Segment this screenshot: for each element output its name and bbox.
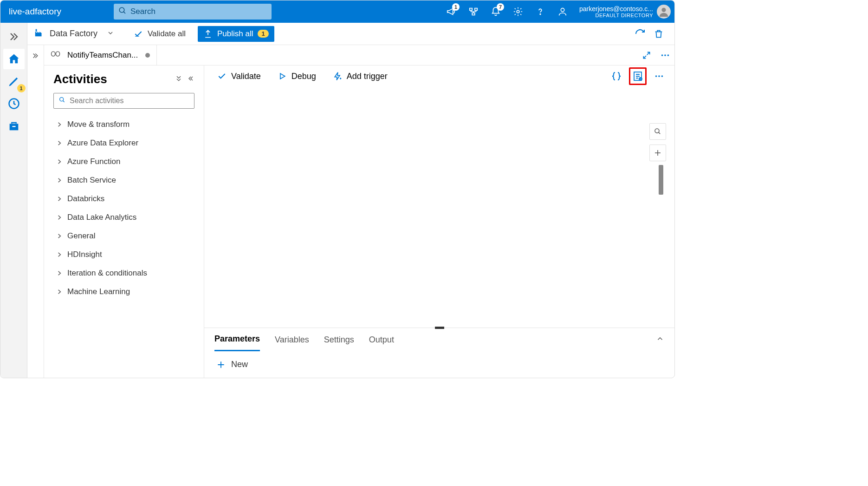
activity-category[interactable]: General	[53, 227, 194, 245]
expand-rail-button[interactable]	[3, 26, 25, 47]
validate-button[interactable]: Validate	[211, 68, 267, 85]
activity-category[interactable]: Azure Data Explorer	[53, 134, 194, 152]
global-search[interactable]	[114, 4, 272, 20]
expand-tabs-button[interactable]	[32, 52, 40, 378]
code-view-icon[interactable]	[608, 67, 625, 85]
nav-rail: 1	[0, 23, 27, 378]
activity-category[interactable]: HDInsight	[53, 245, 194, 264]
tab-settings[interactable]: Settings	[324, 328, 354, 351]
account-directory: DEFAULT DIRECTORY	[579, 13, 653, 18]
expand-window-icon[interactable]	[637, 46, 656, 65]
svg-point-15	[664, 54, 666, 56]
svg-point-6	[540, 14, 540, 14]
unsaved-indicator-icon	[145, 53, 150, 58]
account-email: parkerjones@contoso.c...	[579, 5, 653, 13]
svg-point-8	[661, 8, 666, 12]
discard-icon[interactable]	[649, 25, 668, 43]
tab-variables[interactable]: Variables	[275, 328, 309, 351]
canvas-scrollbar[interactable]	[659, 165, 663, 195]
collapse-all-icon[interactable]	[175, 75, 182, 84]
top-banner: live-adfactory 1 7 parkerjones@contoso.c…	[0, 0, 674, 23]
activities-search-input[interactable]	[70, 97, 189, 105]
search-icon	[58, 96, 70, 105]
gear-icon[interactable]	[507, 0, 529, 23]
svg-rect-4	[472, 13, 475, 15]
author-icon[interactable]: 1	[3, 71, 25, 92]
help-icon[interactable]	[529, 0, 551, 23]
svg-point-26	[661, 75, 663, 77]
svg-line-28	[659, 132, 660, 134]
collapse-panel-icon[interactable]	[187, 75, 194, 84]
properties-icon[interactable]	[629, 67, 647, 85]
svg-rect-12	[52, 52, 55, 56]
add-trigger-button[interactable]: Add trigger	[326, 68, 394, 85]
manage-icon[interactable]	[3, 116, 25, 136]
feedback-icon[interactable]	[551, 0, 574, 23]
svg-point-24	[655, 75, 657, 77]
avatar-icon	[657, 5, 671, 19]
author-badge: 1	[17, 84, 26, 92]
megaphone-icon[interactable]: 1	[440, 0, 462, 23]
activity-category[interactable]: Machine Learning	[53, 282, 194, 301]
svg-point-25	[658, 75, 660, 77]
svg-point-17	[60, 98, 64, 101]
activities-search[interactable]	[53, 93, 194, 109]
flow-icon[interactable]	[462, 0, 485, 23]
pipeline-tab[interactable]: NotifiyTeamsChan...	[44, 45, 157, 66]
tab-output[interactable]: Output	[369, 328, 394, 351]
chevron-down-icon[interactable]	[107, 29, 114, 39]
home-icon[interactable]	[3, 49, 25, 69]
svg-point-5	[517, 10, 519, 13]
breadcrumb-label: Data Factory	[50, 29, 97, 39]
panel-resize-handle[interactable]	[435, 327, 444, 329]
svg-line-18	[63, 101, 65, 102]
breadcrumb[interactable]: Data Factory	[34, 27, 97, 40]
svg-point-7	[561, 8, 564, 12]
activity-category[interactable]: Batch Service	[53, 171, 194, 190]
svg-rect-10	[12, 126, 15, 127]
monitor-icon[interactable]	[3, 93, 25, 114]
canvas-search-icon[interactable]	[649, 123, 666, 140]
canvas-add-icon[interactable]	[649, 144, 666, 161]
canvas-more-icon[interactable]	[650, 67, 668, 85]
bottom-panel: Parameters Variables Settings Output	[204, 328, 674, 378]
bell-badge: 7	[497, 3, 504, 11]
announce-badge: 1	[452, 3, 460, 11]
publish-all-button[interactable]: Publish all 1	[198, 26, 274, 42]
validate-all-button[interactable]: Validate all	[127, 26, 192, 42]
publish-count-badge: 1	[258, 30, 268, 38]
bell-icon[interactable]: 7	[485, 0, 507, 23]
svg-point-0	[119, 7, 124, 13]
activity-category[interactable]: Data Lake Analytics	[53, 208, 194, 227]
tab-parameters[interactable]: Parameters	[214, 328, 260, 351]
collapse-bottom-icon[interactable]	[656, 335, 664, 345]
command-bar: Data Factory Validate all Publish all 1	[27, 23, 674, 45]
refresh-icon[interactable]	[631, 25, 649, 43]
new-parameter-button[interactable]: New	[216, 360, 662, 369]
activity-category[interactable]: Azure Function	[53, 152, 194, 171]
canvas-area: Validate Debug Add trigger	[204, 66, 674, 378]
activities-panel: Activities Move & transform Azure Data E…	[44, 66, 204, 378]
activity-category[interactable]: Iteration & conditionals	[53, 264, 194, 282]
global-search-input[interactable]	[130, 7, 267, 16]
activity-category[interactable]: Move & transform	[53, 115, 194, 134]
pipeline-icon	[51, 49, 63, 61]
svg-point-16	[667, 54, 669, 56]
factory-icon	[34, 27, 44, 40]
brand-title[interactable]: live-adfactory	[0, 7, 70, 17]
more-icon[interactable]	[656, 46, 674, 65]
pipeline-tab-label: NotifiyTeamsChan...	[67, 51, 138, 60]
svg-point-27	[655, 129, 659, 133]
search-icon	[118, 7, 130, 17]
svg-rect-3	[475, 8, 478, 11]
svg-rect-2	[470, 8, 473, 11]
account-area[interactable]: parkerjones@contoso.c... DEFAULT DIRECTO…	[574, 5, 674, 19]
validate-all-label: Validate all	[148, 29, 186, 39]
svg-rect-13	[56, 52, 59, 56]
svg-line-1	[123, 12, 125, 13]
design-canvas[interactable]	[204, 87, 674, 328]
activity-category[interactable]: Databricks	[53, 190, 194, 208]
svg-point-14	[661, 54, 663, 56]
debug-button[interactable]: Debug	[271, 68, 323, 85]
svg-rect-11	[36, 29, 37, 32]
